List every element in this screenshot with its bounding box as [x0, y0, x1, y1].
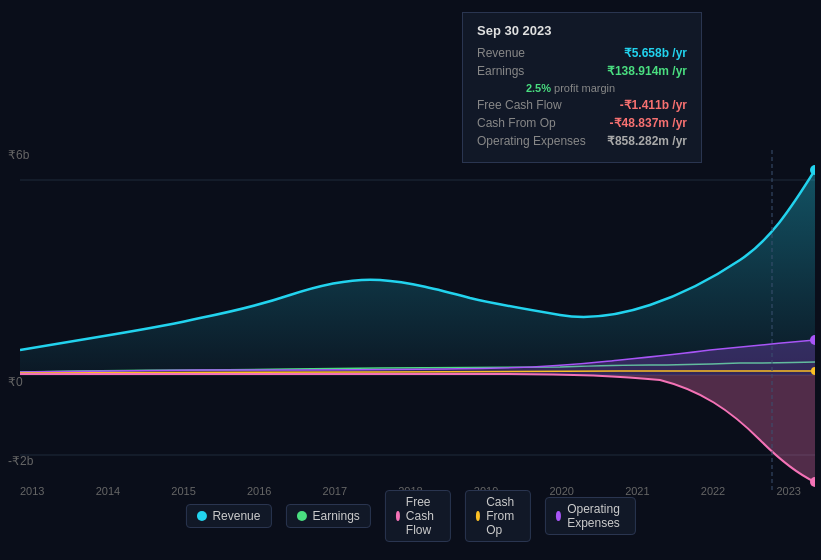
x-label-2013: 2013	[20, 485, 44, 497]
legend-earnings[interactable]: Earnings	[285, 504, 370, 528]
fcf-value: -₹1.411b /yr	[620, 98, 687, 112]
tooltip-row-opex: Operating Expenses ₹858.282m /yr	[477, 134, 687, 148]
legend-opex-label: Operating Expenses	[567, 502, 624, 530]
fcf-label: Free Cash Flow	[477, 98, 597, 112]
opex-value: ₹858.282m /yr	[607, 134, 687, 148]
fcf-dot	[396, 511, 400, 521]
tooltip-row-earnings: Earnings ₹138.914m /yr	[477, 64, 687, 78]
x-label-2022: 2022	[701, 485, 725, 497]
opex-dot	[556, 511, 561, 521]
chart-container: Sep 30 2023 Revenue ₹5.658b /yr Earnings…	[0, 0, 821, 560]
legend-cashfromop[interactable]: Cash From Op	[465, 490, 531, 542]
legend-earnings-label: Earnings	[312, 509, 359, 523]
legend-revenue-label: Revenue	[212, 509, 260, 523]
tooltip-title: Sep 30 2023	[477, 23, 687, 38]
profit-margin-value: 2.5%	[526, 82, 551, 94]
x-label-2023: 2023	[776, 485, 800, 497]
legend-cashfromop-label: Cash From Op	[486, 495, 520, 537]
revenue-dot	[196, 511, 206, 521]
legend-opex[interactable]: Operating Expenses	[545, 497, 636, 535]
revenue-value: ₹5.658b /yr	[624, 46, 687, 60]
earnings-value: ₹138.914m /yr	[607, 64, 687, 78]
svg-point-5	[810, 165, 815, 175]
tooltip-box: Sep 30 2023 Revenue ₹5.658b /yr Earnings…	[462, 12, 702, 163]
cashfromop-label: Cash From Op	[477, 116, 597, 130]
legend-fcf[interactable]: Free Cash Flow	[385, 490, 451, 542]
tooltip-row-fcf: Free Cash Flow -₹1.411b /yr	[477, 98, 687, 112]
cashfromop-value: -₹48.837m /yr	[610, 116, 687, 130]
main-chart	[20, 150, 815, 490]
tooltip-row-cashfromop: Cash From Op -₹48.837m /yr	[477, 116, 687, 130]
profit-margin-row: 2.5% profit margin	[477, 82, 687, 94]
opex-label: Operating Expenses	[477, 134, 597, 148]
cashfromop-dot	[476, 511, 480, 521]
legend-revenue[interactable]: Revenue	[185, 504, 271, 528]
earnings-dot	[296, 511, 306, 521]
legend: Revenue Earnings Free Cash Flow Cash Fro…	[185, 490, 635, 542]
x-label-2014: 2014	[96, 485, 120, 497]
legend-fcf-label: Free Cash Flow	[406, 495, 440, 537]
earnings-label: Earnings	[477, 64, 597, 78]
tooltip-row-revenue: Revenue ₹5.658b /yr	[477, 46, 687, 60]
revenue-label: Revenue	[477, 46, 597, 60]
